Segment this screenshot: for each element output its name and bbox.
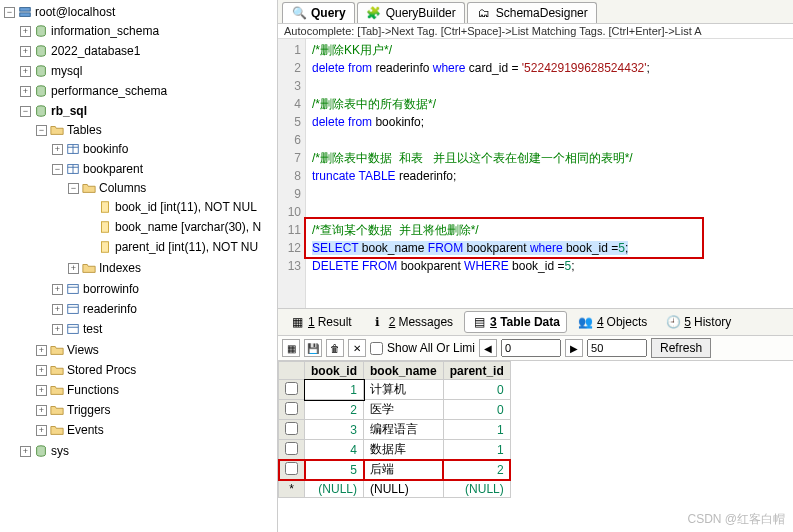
folder-icon (81, 260, 97, 276)
tree-table[interactable]: +test (52, 320, 277, 338)
expand-icon[interactable]: + (36, 385, 47, 396)
tree-db[interactable]: +mysql (20, 62, 277, 80)
table-icon (65, 161, 81, 177)
tree-db-rbsql[interactable]: −rb_sql (20, 102, 277, 120)
tree-table[interactable]: +bookinfo (52, 140, 277, 158)
watermark: CSDN @红客白帽 (687, 511, 785, 528)
tree-column[interactable]: book_id [int(11), NOT NUL (84, 198, 277, 216)
database-icon (33, 63, 49, 79)
tree-folder[interactable]: +Functions (36, 381, 277, 399)
tab-querybuilder[interactable]: 🧩QueryBuilder (357, 2, 465, 23)
expand-icon[interactable]: + (52, 324, 63, 335)
expand-icon[interactable]: + (52, 284, 63, 295)
table-row[interactable]: 1计算机0 (279, 380, 511, 400)
column-icon (97, 199, 113, 215)
tab-result[interactable]: ▦1 Result (282, 311, 359, 333)
folder-icon (49, 342, 65, 358)
database-icon (33, 23, 49, 39)
results-tabs: ▦1 Result ℹ2 Messages ▤3 Table Data 👥4 O… (278, 309, 793, 336)
tree-label: root@localhost (35, 5, 115, 19)
tree-column[interactable]: book_name [varchar(30), N (84, 218, 277, 236)
row-selector-header (279, 362, 305, 380)
editor-body[interactable]: /*删除KK用户*/ delete from readerinfo where … (306, 39, 793, 308)
tool-btn[interactable]: ▦ (282, 339, 300, 357)
expand-icon[interactable]: + (52, 144, 63, 155)
tab-history[interactable]: 🕘5 History (658, 311, 738, 333)
table-icon (65, 301, 81, 317)
tree-folder[interactable]: +Stored Procs (36, 361, 277, 379)
svg-rect-16 (68, 285, 79, 294)
editor-tabs: 🔍Query 🧩QueryBuilder 🗂SchemaDesigner (278, 0, 793, 24)
grid-toolbar: ▦ 💾 🗑 ✕ Show All Or Limi ◀ ▶ Refresh (278, 336, 793, 361)
tree-folder-tables[interactable]: −Tables (36, 121, 277, 139)
tab-messages[interactable]: ℹ2 Messages (363, 311, 460, 333)
table-row[interactable]: 3编程语言1 (279, 420, 511, 440)
col-header[interactable]: parent_id (443, 362, 510, 380)
tree-folder-columns[interactable]: −Columns (68, 179, 277, 197)
expand-icon[interactable]: + (20, 86, 31, 97)
tab-query[interactable]: 🔍Query (282, 2, 355, 23)
table-icon (65, 281, 81, 297)
limit-to-input[interactable] (587, 339, 647, 357)
tree-table[interactable]: +readerinfo (52, 300, 277, 318)
show-all-checkbox[interactable] (370, 342, 383, 355)
collapse-icon[interactable]: − (36, 125, 47, 136)
expand-icon[interactable]: + (68, 263, 79, 274)
svg-rect-13 (102, 202, 109, 213)
tab-schemadesigner[interactable]: 🗂SchemaDesigner (467, 2, 597, 23)
expand-icon[interactable]: + (36, 425, 47, 436)
col-header[interactable]: book_name (364, 362, 444, 380)
tree-table-bookparent[interactable]: −bookparent (52, 160, 277, 178)
refresh-button[interactable]: Refresh (651, 338, 711, 358)
tree-folder[interactable]: +Triggers (36, 401, 277, 419)
data-grid[interactable]: book_id book_name parent_id 1计算机0 2医学0 3… (278, 361, 793, 498)
expand-icon[interactable]: + (36, 345, 47, 356)
expand-icon[interactable]: + (52, 304, 63, 315)
schema-tree[interactable]: − root@localhost +information_schema +20… (4, 2, 277, 462)
tree-folder[interactable]: +Views (36, 341, 277, 359)
tree-db[interactable]: +sys (20, 442, 277, 460)
tree-root[interactable]: − root@localhost (4, 3, 277, 21)
folder-icon (81, 180, 97, 196)
expand-icon[interactable]: + (20, 66, 31, 77)
row-checkbox[interactable] (285, 382, 298, 395)
limit-from-input[interactable] (501, 339, 561, 357)
tab-tabledata[interactable]: ▤3 Table Data (464, 311, 567, 333)
tree-column[interactable]: parent_id [int(11), NOT NU (84, 238, 277, 256)
tool-btn[interactable]: 💾 (304, 339, 322, 357)
collapse-icon[interactable]: − (52, 164, 63, 175)
table-row-highlighted[interactable]: 5后端2 (279, 460, 511, 480)
row-checkbox[interactable] (285, 422, 298, 435)
collapse-icon[interactable]: − (68, 183, 79, 194)
tree-folder[interactable]: +Events (36, 421, 277, 439)
tool-btn[interactable]: ✕ (348, 339, 366, 357)
svg-rect-20 (68, 325, 79, 334)
sql-editor[interactable]: 12345678910111213 /*删除KK用户*/ delete from… (278, 39, 793, 309)
collapse-icon[interactable]: − (4, 7, 15, 18)
expand-icon[interactable]: + (36, 365, 47, 376)
table-row[interactable]: 4数据库1 (279, 440, 511, 460)
prev-icon[interactable]: ◀ (479, 339, 497, 357)
column-icon (97, 239, 113, 255)
expand-icon[interactable]: + (36, 405, 47, 416)
tool-btn[interactable]: 🗑 (326, 339, 344, 357)
row-checkbox[interactable] (285, 462, 298, 475)
table-row[interactable]: 2医学0 (279, 400, 511, 420)
tree-db[interactable]: +performance_schema (20, 82, 277, 100)
collapse-icon[interactable]: − (20, 106, 31, 117)
line-gutter: 12345678910111213 (278, 39, 306, 308)
expand-icon[interactable]: + (20, 446, 31, 457)
row-checkbox[interactable] (285, 402, 298, 415)
tree-db[interactable]: +2022_database1 (20, 42, 277, 60)
tree-folder-indexes[interactable]: +Indexes (68, 259, 277, 277)
svg-rect-0 (20, 8, 31, 12)
col-header[interactable]: book_id (305, 362, 364, 380)
next-icon[interactable]: ▶ (565, 339, 583, 357)
tree-table[interactable]: +borrowinfo (52, 280, 277, 298)
tree-db[interactable]: +information_schema (20, 22, 277, 40)
table-row-new[interactable]: *(NULL)(NULL)(NULL) (279, 480, 511, 498)
tab-objects[interactable]: 👥4 Objects (571, 311, 654, 333)
expand-icon[interactable]: + (20, 46, 31, 57)
expand-icon[interactable]: + (20, 26, 31, 37)
row-checkbox[interactable] (285, 442, 298, 455)
